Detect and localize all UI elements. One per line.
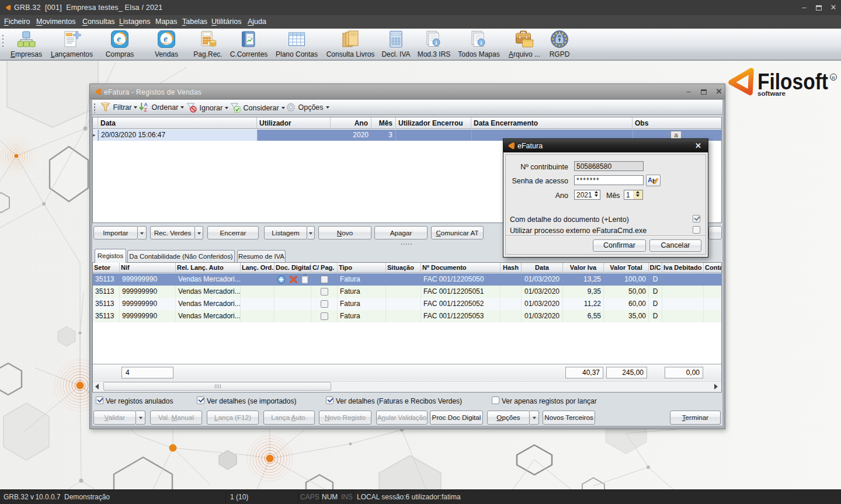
- svg-text:fatura: fatura: [162, 41, 170, 45]
- svg-text:Z: Z: [144, 107, 147, 112]
- svg-text:i: i: [436, 40, 437, 46]
- svg-text:fatura: fatura: [116, 41, 123, 45]
- svg-text:A: A: [648, 176, 652, 183]
- svg-text:R: R: [832, 75, 835, 81]
- svg-text:i: i: [481, 40, 482, 46]
- svg-text:software: software: [757, 90, 786, 97]
